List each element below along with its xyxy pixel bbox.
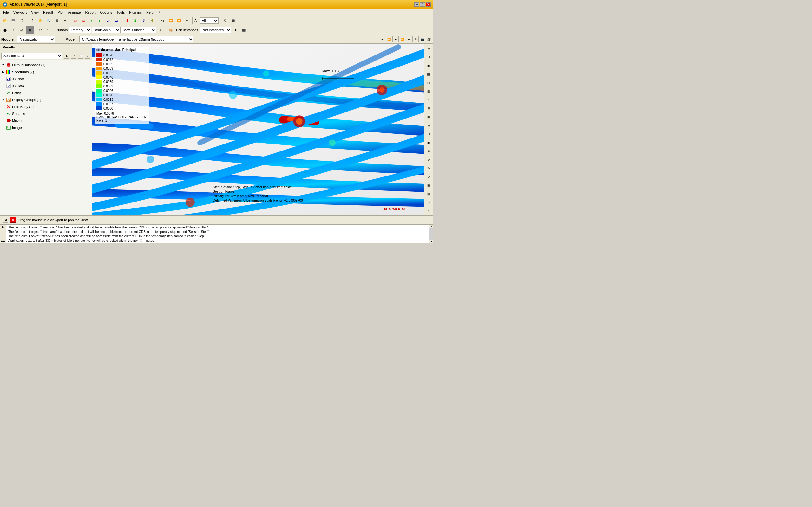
session-up-btn[interactable]: ▲	[64, 53, 69, 59]
x2-button[interactable]: X↓	[80, 17, 88, 24]
rt-btn-14[interactable]: ⊕	[425, 156, 433, 164]
copy-button[interactable]: ⧉	[412, 36, 419, 43]
rt-btn-9[interactable]: ▦	[425, 113, 433, 121]
overlay-button[interactable]: ◎	[18, 26, 26, 34]
minimize-button[interactable]: ─	[414, 2, 419, 7]
view2-button[interactable]: 2	[132, 17, 139, 24]
tree-item-output-databases[interactable]: ▼ Output Databases (1)	[0, 61, 92, 68]
save-button[interactable]: 💾	[9, 17, 17, 24]
rt-btn-17[interactable]: ▩	[425, 181, 433, 189]
rt-btn-8[interactable]: ⊟	[425, 104, 433, 112]
part-btn[interactable]: ▼	[232, 26, 240, 34]
scroll-up-btn[interactable]: ▲	[429, 225, 433, 228]
part-select[interactable]: Part instances	[200, 27, 231, 33]
close-button[interactable]: ✕	[426, 2, 431, 7]
menu-item-plot[interactable]: Plot	[55, 10, 65, 15]
menu-item-result[interactable]: Result	[41, 10, 55, 15]
tree-item-movies[interactable]: ▶ Movies	[0, 117, 92, 124]
menu-item-report[interactable]: Report	[84, 10, 98, 15]
rt-btn-12[interactable]: ▣	[425, 138, 433, 147]
playback-first[interactable]: ⏮	[379, 36, 386, 43]
rt-btn-19[interactable]: ⬡	[425, 199, 433, 206]
menu-item-view[interactable]: View	[29, 10, 41, 15]
session-copy-btn[interactable]: ⧉	[71, 53, 77, 59]
rt-btn-16[interactable]: ⊘	[425, 173, 433, 181]
menu-item-[interactable]: ↗	[156, 9, 163, 15]
view1-button[interactable]: 1	[123, 17, 131, 24]
tree-item-spectrums[interactable]: ▶ Spectrums (7)	[0, 68, 92, 75]
pan-cancel-btn[interactable]: ✕	[10, 217, 16, 223]
tree-item-xyplots[interactable]: ▶ XYPlots	[0, 75, 92, 82]
rotate-button[interactable]: ↺	[28, 17, 36, 24]
tree-item-paths[interactable]: ▶ Paths	[0, 89, 92, 96]
expand-icon[interactable]: ▼	[1, 98, 5, 102]
rt-btn-13[interactable]: ≋	[425, 147, 433, 155]
log-expand-btn[interactable]: ▶	[2, 225, 4, 228]
play-begin-button[interactable]: ⏮	[159, 17, 166, 24]
redo-button[interactable]: ↪	[45, 26, 52, 34]
z1-button[interactable]: Z↑	[105, 17, 112, 24]
model-select[interactable]: C:/AbaqusTemp/open-frame-fatigue-v25mm-9…	[79, 36, 194, 43]
tree-item-streams[interactable]: ▶ Streams	[0, 110, 92, 117]
rt-btn-18[interactable]: ▤	[425, 190, 433, 198]
scroll-down-btn[interactable]: ▼	[429, 239, 433, 243]
rt-btn-1[interactable]: ⊞	[425, 44, 433, 52]
menu-item-file[interactable]: File	[1, 10, 11, 15]
rt-btn-7[interactable]: ≡	[425, 96, 433, 104]
maximize-button[interactable]: □	[420, 2, 425, 7]
play-next-button[interactable]: ⏩	[175, 17, 183, 24]
open-button[interactable]: 📂	[1, 17, 9, 24]
menu-item-animate[interactable]: Animate	[66, 10, 83, 15]
log-bottom-btn[interactable]: ▶▶	[1, 239, 5, 243]
tree-item-display-groups[interactable]: ▼ Display Groups (1)	[0, 96, 92, 103]
color-button[interactable]: 🎨	[167, 26, 175, 34]
rt-btn-10[interactable]: ⊞	[425, 121, 433, 129]
pan-button[interactable]: ✋	[37, 17, 44, 24]
view-3d-button[interactable]: ⬛	[240, 26, 248, 34]
rt-btn-15[interactable]: ⊗	[425, 164, 433, 172]
module-select[interactable]: Visualization	[17, 36, 55, 43]
zoom-button[interactable]: 🔍	[45, 17, 52, 24]
tree-item-xydata[interactable]: ▶ XYData	[0, 82, 92, 89]
results-tab[interactable]: Results	[0, 44, 92, 51]
play-prev-button[interactable]: ⏪	[167, 17, 174, 24]
contour-button[interactable]: ▦	[26, 26, 34, 34]
menu-item-tools[interactable]: Tools	[114, 10, 126, 15]
view3-button[interactable]: 3	[140, 17, 148, 24]
rt-btn-3[interactable]: ▣	[425, 61, 433, 69]
deformed-button[interactable]: ⬤	[1, 26, 9, 34]
record-button[interactable]: 🎥	[426, 36, 432, 43]
zoom-in-button[interactable]: +	[61, 17, 69, 24]
add-viewport-button[interactable]: ⊞	[230, 17, 237, 24]
log-content[interactable]: The field output object "mean-disp" has …	[6, 225, 429, 243]
menu-item-help[interactable]: Help	[144, 10, 155, 15]
rt-btn-6[interactable]: ▥	[425, 87, 433, 95]
refresh-button[interactable]: ↺	[157, 26, 164, 34]
tree-item-images[interactable]: ▶ Images	[0, 124, 92, 131]
playback-prev[interactable]: ⏪	[386, 36, 392, 43]
x1-button[interactable]: X↑	[72, 17, 79, 24]
z2-button[interactable]: Z↓	[113, 17, 120, 24]
y1-button[interactable]: Y↑	[88, 17, 96, 24]
menu-item-options[interactable]: Options	[98, 10, 114, 15]
playback-last[interactable]: ⏭	[406, 36, 412, 43]
fit-button[interactable]: ⊞	[53, 17, 61, 24]
playback-next[interactable]: ⏩	[399, 36, 405, 43]
session-paste-btn[interactable]: 📋	[78, 53, 84, 59]
session-info-btn[interactable]: ℹ	[85, 53, 90, 59]
view4-button[interactable]: 4	[148, 17, 156, 24]
menu-item-plugins[interactable]: Plug-ins	[127, 10, 144, 15]
y2-button[interactable]: Y↓	[96, 17, 104, 24]
snapshot-button[interactable]: 📷	[419, 36, 425, 43]
copy-viewport-button[interactable]: ⧉	[221, 17, 229, 24]
rt-btn-5[interactable]: ◫	[425, 78, 433, 87]
session-select[interactable]: Session Data	[1, 53, 62, 59]
tree-item-free-body-cuts[interactable]: ▶ Free Body Cuts	[0, 103, 92, 110]
viewport-select[interactable]: All	[200, 17, 218, 24]
undo-button[interactable]: ↩	[37, 26, 44, 34]
rt-btn-20[interactable]: ℹ	[425, 207, 433, 215]
rt-btn-11[interactable]: ⊡	[425, 130, 433, 138]
play-end-button[interactable]: ⏭	[183, 17, 191, 24]
expand-icon[interactable]: ▼	[1, 63, 5, 67]
var-select[interactable]: strain-amp	[92, 27, 120, 33]
